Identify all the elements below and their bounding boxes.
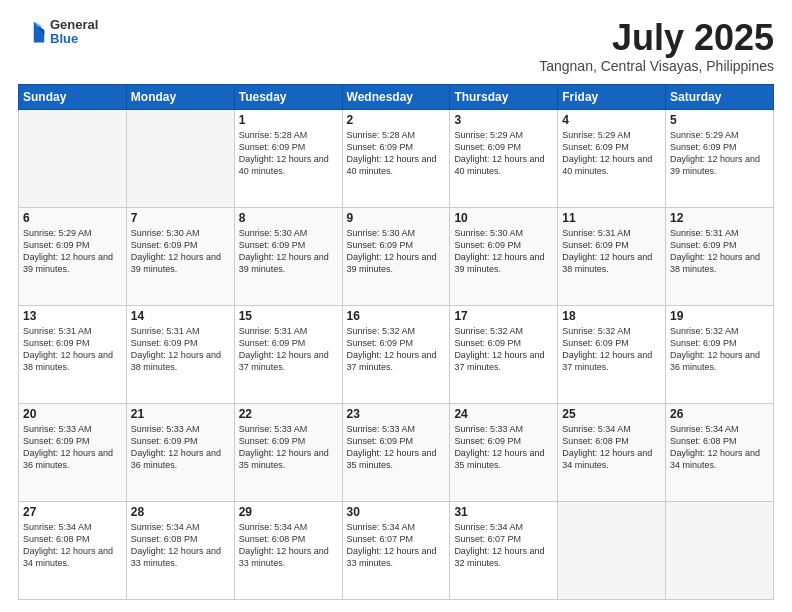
day-info: Sunrise: 5:30 AM Sunset: 6:09 PM Dayligh… [347, 227, 446, 276]
logo-icon [18, 18, 46, 46]
day-header-thursday: Thursday [450, 84, 558, 109]
calendar-cell: 20Sunrise: 5:33 AM Sunset: 6:09 PM Dayli… [19, 403, 127, 501]
day-number: 6 [23, 211, 122, 225]
day-info: Sunrise: 5:34 AM Sunset: 6:08 PM Dayligh… [131, 521, 230, 570]
calendar-cell: 10Sunrise: 5:30 AM Sunset: 6:09 PM Dayli… [450, 207, 558, 305]
day-number: 23 [347, 407, 446, 421]
calendar-cell: 22Sunrise: 5:33 AM Sunset: 6:09 PM Dayli… [234, 403, 342, 501]
day-number: 31 [454, 505, 553, 519]
calendar-week-4: 20Sunrise: 5:33 AM Sunset: 6:09 PM Dayli… [19, 403, 774, 501]
calendar-cell: 23Sunrise: 5:33 AM Sunset: 6:09 PM Dayli… [342, 403, 450, 501]
title-block: July 2025 Tangnan, Central Visayas, Phil… [539, 18, 774, 74]
day-info: Sunrise: 5:31 AM Sunset: 6:09 PM Dayligh… [131, 325, 230, 374]
day-header-monday: Monday [126, 84, 234, 109]
header: General Blue July 2025 Tangnan, Central … [18, 18, 774, 74]
day-number: 15 [239, 309, 338, 323]
calendar-cell: 2Sunrise: 5:28 AM Sunset: 6:09 PM Daylig… [342, 109, 450, 207]
calendar-cell: 4Sunrise: 5:29 AM Sunset: 6:09 PM Daylig… [558, 109, 666, 207]
logo-blue: Blue [50, 32, 98, 46]
day-number: 26 [670, 407, 769, 421]
calendar-cell [558, 501, 666, 599]
day-number: 18 [562, 309, 661, 323]
day-info: Sunrise: 5:29 AM Sunset: 6:09 PM Dayligh… [562, 129, 661, 178]
day-number: 27 [23, 505, 122, 519]
calendar-table: SundayMondayTuesdayWednesdayThursdayFrid… [18, 84, 774, 600]
month-title: July 2025 [539, 18, 774, 58]
day-number: 9 [347, 211, 446, 225]
page: General Blue July 2025 Tangnan, Central … [0, 0, 792, 612]
day-number: 30 [347, 505, 446, 519]
day-info: Sunrise: 5:34 AM Sunset: 6:07 PM Dayligh… [454, 521, 553, 570]
day-info: Sunrise: 5:34 AM Sunset: 6:08 PM Dayligh… [562, 423, 661, 472]
day-number: 20 [23, 407, 122, 421]
calendar-week-3: 13Sunrise: 5:31 AM Sunset: 6:09 PM Dayli… [19, 305, 774, 403]
day-number: 2 [347, 113, 446, 127]
calendar-cell: 18Sunrise: 5:32 AM Sunset: 6:09 PM Dayli… [558, 305, 666, 403]
calendar-cell: 24Sunrise: 5:33 AM Sunset: 6:09 PM Dayli… [450, 403, 558, 501]
logo-general: General [50, 18, 98, 32]
day-info: Sunrise: 5:29 AM Sunset: 6:09 PM Dayligh… [23, 227, 122, 276]
calendar-cell: 21Sunrise: 5:33 AM Sunset: 6:09 PM Dayli… [126, 403, 234, 501]
day-number: 12 [670, 211, 769, 225]
calendar-cell: 6Sunrise: 5:29 AM Sunset: 6:09 PM Daylig… [19, 207, 127, 305]
day-info: Sunrise: 5:31 AM Sunset: 6:09 PM Dayligh… [670, 227, 769, 276]
day-info: Sunrise: 5:34 AM Sunset: 6:08 PM Dayligh… [23, 521, 122, 570]
day-info: Sunrise: 5:31 AM Sunset: 6:09 PM Dayligh… [239, 325, 338, 374]
day-number: 5 [670, 113, 769, 127]
day-number: 28 [131, 505, 230, 519]
day-info: Sunrise: 5:31 AM Sunset: 6:09 PM Dayligh… [23, 325, 122, 374]
calendar-cell [126, 109, 234, 207]
calendar-cell: 30Sunrise: 5:34 AM Sunset: 6:07 PM Dayli… [342, 501, 450, 599]
calendar-cell: 9Sunrise: 5:30 AM Sunset: 6:09 PM Daylig… [342, 207, 450, 305]
day-header-wednesday: Wednesday [342, 84, 450, 109]
day-number: 17 [454, 309, 553, 323]
day-info: Sunrise: 5:34 AM Sunset: 6:08 PM Dayligh… [670, 423, 769, 472]
day-header-sunday: Sunday [19, 84, 127, 109]
logo: General Blue [18, 18, 98, 47]
day-info: Sunrise: 5:33 AM Sunset: 6:09 PM Dayligh… [23, 423, 122, 472]
day-info: Sunrise: 5:29 AM Sunset: 6:09 PM Dayligh… [454, 129, 553, 178]
day-info: Sunrise: 5:30 AM Sunset: 6:09 PM Dayligh… [239, 227, 338, 276]
day-info: Sunrise: 5:32 AM Sunset: 6:09 PM Dayligh… [562, 325, 661, 374]
day-info: Sunrise: 5:30 AM Sunset: 6:09 PM Dayligh… [131, 227, 230, 276]
calendar-cell: 31Sunrise: 5:34 AM Sunset: 6:07 PM Dayli… [450, 501, 558, 599]
day-info: Sunrise: 5:29 AM Sunset: 6:09 PM Dayligh… [670, 129, 769, 178]
calendar-cell: 17Sunrise: 5:32 AM Sunset: 6:09 PM Dayli… [450, 305, 558, 403]
day-header-saturday: Saturday [666, 84, 774, 109]
day-number: 21 [131, 407, 230, 421]
calendar-cell: 15Sunrise: 5:31 AM Sunset: 6:09 PM Dayli… [234, 305, 342, 403]
day-info: Sunrise: 5:33 AM Sunset: 6:09 PM Dayligh… [454, 423, 553, 472]
day-header-friday: Friday [558, 84, 666, 109]
day-number: 4 [562, 113, 661, 127]
day-number: 25 [562, 407, 661, 421]
day-number: 1 [239, 113, 338, 127]
day-info: Sunrise: 5:32 AM Sunset: 6:09 PM Dayligh… [670, 325, 769, 374]
day-number: 11 [562, 211, 661, 225]
day-number: 8 [239, 211, 338, 225]
day-info: Sunrise: 5:34 AM Sunset: 6:08 PM Dayligh… [239, 521, 338, 570]
day-info: Sunrise: 5:33 AM Sunset: 6:09 PM Dayligh… [131, 423, 230, 472]
calendar-cell: 29Sunrise: 5:34 AM Sunset: 6:08 PM Dayli… [234, 501, 342, 599]
calendar-cell: 25Sunrise: 5:34 AM Sunset: 6:08 PM Dayli… [558, 403, 666, 501]
calendar-week-1: 1Sunrise: 5:28 AM Sunset: 6:09 PM Daylig… [19, 109, 774, 207]
day-info: Sunrise: 5:28 AM Sunset: 6:09 PM Dayligh… [347, 129, 446, 178]
calendar-cell: 13Sunrise: 5:31 AM Sunset: 6:09 PM Dayli… [19, 305, 127, 403]
calendar-cell: 3Sunrise: 5:29 AM Sunset: 6:09 PM Daylig… [450, 109, 558, 207]
calendar-cell: 11Sunrise: 5:31 AM Sunset: 6:09 PM Dayli… [558, 207, 666, 305]
day-info: Sunrise: 5:32 AM Sunset: 6:09 PM Dayligh… [454, 325, 553, 374]
day-number: 19 [670, 309, 769, 323]
day-number: 24 [454, 407, 553, 421]
day-info: Sunrise: 5:33 AM Sunset: 6:09 PM Dayligh… [239, 423, 338, 472]
calendar-week-5: 27Sunrise: 5:34 AM Sunset: 6:08 PM Dayli… [19, 501, 774, 599]
day-info: Sunrise: 5:31 AM Sunset: 6:09 PM Dayligh… [562, 227, 661, 276]
logo-text: General Blue [50, 18, 98, 47]
day-number: 7 [131, 211, 230, 225]
day-number: 10 [454, 211, 553, 225]
day-number: 14 [131, 309, 230, 323]
day-info: Sunrise: 5:28 AM Sunset: 6:09 PM Dayligh… [239, 129, 338, 178]
location: Tangnan, Central Visayas, Philippines [539, 58, 774, 74]
day-number: 13 [23, 309, 122, 323]
calendar-cell: 26Sunrise: 5:34 AM Sunset: 6:08 PM Dayli… [666, 403, 774, 501]
day-number: 16 [347, 309, 446, 323]
calendar-cell: 16Sunrise: 5:32 AM Sunset: 6:09 PM Dayli… [342, 305, 450, 403]
